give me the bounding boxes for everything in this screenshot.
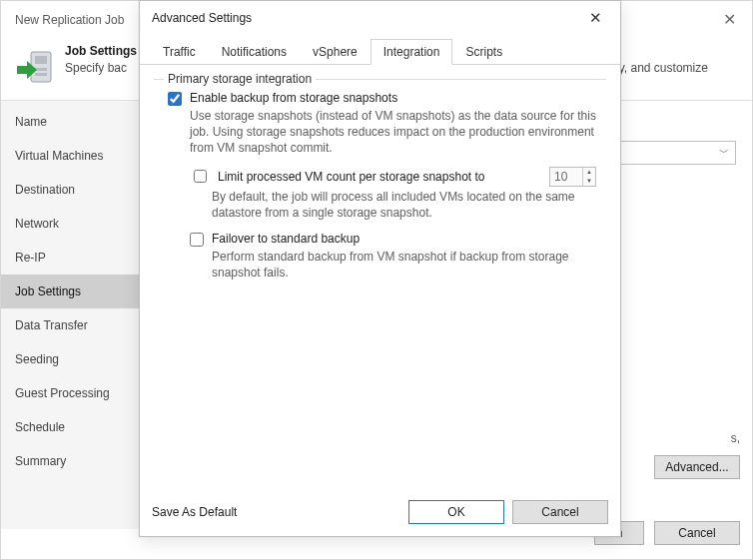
spinner-buttons[interactable]: ▲ ▼ (582, 168, 595, 186)
nav-item-job-settings[interactable]: Job Settings (1, 275, 150, 308)
advanced-button[interactable]: Advanced... (654, 455, 740, 479)
nav-item-seeding[interactable]: Seeding (1, 342, 150, 376)
svg-rect-3 (35, 73, 47, 76)
limit-vm-checkbox[interactable] (194, 170, 207, 183)
ok-button[interactable]: OK (408, 500, 504, 524)
limit-vm-value[interactable] (550, 170, 582, 184)
failover-checkbox[interactable] (190, 233, 204, 247)
nav-item-name[interactable]: Name (1, 105, 150, 139)
options-fragment: s, (731, 431, 740, 445)
tab-integration[interactable]: Integration (371, 39, 453, 65)
tab-traffic[interactable]: Traffic (150, 39, 209, 65)
enable-backup-label: Enable backup from storage snapshots (190, 90, 397, 105)
dialog-tabs: Traffic Notifications vSphere Integratio… (140, 35, 620, 65)
limit-vm-spinner[interactable]: ▲ ▼ (549, 167, 596, 187)
primary-storage-integration-group: Primary storage integration Enable backu… (154, 79, 606, 300)
nav-item-data-transfer[interactable]: Data Transfer (1, 308, 150, 342)
nav-item-destination[interactable]: Destination (1, 173, 150, 207)
close-icon[interactable]: ✕ (717, 10, 742, 29)
enable-backup-checkbox[interactable] (168, 92, 182, 106)
cancel-button[interactable]: Cancel (654, 521, 740, 545)
enable-backup-hint: Use storage snapshots (instead of VM sna… (190, 108, 596, 157)
advanced-settings-dialog: Advanced Settings ✕ Traffic Notification… (139, 0, 621, 537)
svg-rect-2 (35, 68, 47, 71)
nav-item-re-ip[interactable]: Re-IP (1, 241, 150, 275)
chevron-down-icon: ﹀ (719, 146, 729, 160)
spinner-up-icon[interactable]: ▲ (583, 168, 595, 177)
svg-rect-1 (35, 56, 47, 64)
nav-item-guest-processing[interactable]: Guest Processing (1, 376, 150, 410)
enable-backup-option: Enable backup from storage snapshots (168, 90, 596, 106)
failover-hint: Perform standard backup from VM snapshot… (212, 249, 596, 280)
job-settings-icon (15, 44, 65, 88)
dialog-titlebar: Advanced Settings ✕ (140, 1, 620, 35)
nav-item-network[interactable]: Network (1, 207, 150, 241)
wizard-steps-nav: Name Virtual Machines Destination Networ… (1, 101, 151, 529)
tab-notifications[interactable]: Notifications (209, 39, 300, 65)
spinner-down-icon[interactable]: ▼ (583, 177, 595, 186)
nav-item-summary[interactable]: Summary (1, 444, 150, 478)
limit-vm-label: Limit processed VM count per storage sna… (218, 169, 541, 184)
failover-label: Failover to standard backup (212, 231, 360, 246)
limit-vm-option: Limit processed VM count per storage sna… (190, 167, 596, 187)
save-as-default-button[interactable]: Save As Default (152, 505, 252, 519)
tab-vsphere[interactable]: vSphere (300, 39, 371, 65)
close-icon[interactable]: ✕ (578, 6, 612, 30)
group-legend: Primary storage integration (164, 72, 316, 86)
dialog-content: Primary storage integration Enable backu… (140, 65, 620, 492)
failover-option: Failover to standard backup (190, 231, 596, 247)
nav-item-virtual-machines[interactable]: Virtual Machines (1, 139, 150, 173)
dialog-title: Advanced Settings (152, 11, 252, 25)
subtitle-left: Specify bac (65, 61, 127, 75)
cancel-button[interactable]: Cancel (512, 500, 608, 524)
nav-item-schedule[interactable]: Schedule (1, 410, 150, 444)
dialog-footer: Save As Default OK Cancel (140, 492, 620, 536)
parent-window-title: New Replication Job (15, 13, 124, 27)
tab-scripts[interactable]: Scripts (452, 39, 515, 65)
limit-vm-hint: By default, the job will process all inc… (212, 189, 596, 221)
subtitle-right: cy, and customize (613, 61, 708, 75)
